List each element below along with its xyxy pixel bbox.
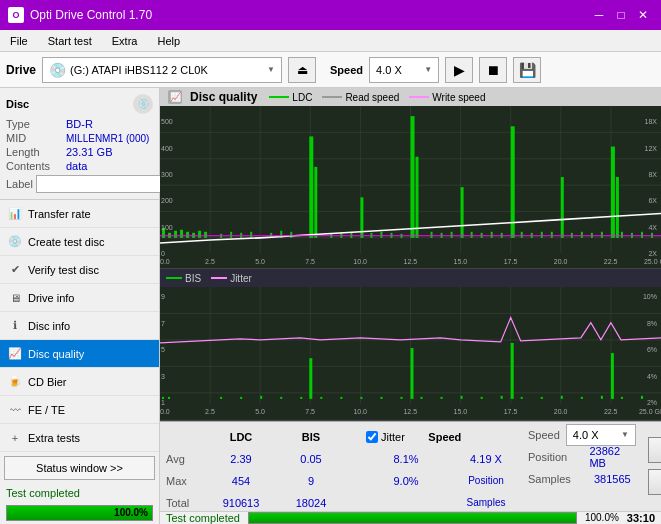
fe-te-icon: 〰	[8, 403, 22, 417]
disc-label-label: Label	[6, 178, 33, 190]
svg-text:20.0: 20.0	[554, 408, 568, 415]
title-bar: O Opti Drive Control 1.70 ─ □ ✕	[0, 0, 661, 30]
jitter-label: Jitter	[381, 431, 405, 443]
maximize-button[interactable]: □	[611, 5, 631, 25]
stats-header-row: LDC BIS Jitter Speed	[166, 426, 516, 448]
close-button[interactable]: ✕	[633, 5, 653, 25]
sidebar-item-disc-info[interactable]: ℹ Disc info	[0, 312, 159, 340]
window-controls: ─ □ ✕	[589, 5, 653, 25]
svg-text:0: 0	[161, 250, 165, 257]
disc-contents-field: Contents data	[6, 160, 153, 172]
svg-text:22.5: 22.5	[604, 258, 618, 265]
speed-selector[interactable]: 4.0 X ▼	[369, 57, 439, 83]
max-ldc: 454	[206, 475, 276, 487]
svg-text:5.0: 5.0	[255, 258, 265, 265]
sidebar-item-drive-info[interactable]: 🖥 Drive info	[0, 284, 159, 312]
disc-type-field: Type BD-R	[6, 118, 153, 130]
disc-label-input[interactable]	[36, 175, 165, 193]
save-button[interactable]: 💾	[513, 57, 541, 83]
disc-quality-icon: 📈	[8, 347, 22, 361]
svg-text:12X: 12X	[645, 145, 658, 152]
lower-chart-svg: 2% 4% 6% 8% 10% 1 3 5 7 9 0.0 2.5 5.0 7.…	[160, 287, 661, 419]
start-button[interactable]: ▶	[445, 57, 473, 83]
svg-rect-52	[491, 232, 493, 238]
svg-rect-127	[581, 397, 583, 399]
disc-contents-label: Contents	[6, 160, 66, 172]
svg-rect-106	[411, 348, 414, 399]
disc-header: Disc 💿	[6, 94, 153, 114]
svg-rect-54	[521, 232, 523, 238]
svg-text:15.0: 15.0	[454, 408, 468, 415]
svg-text:15.0: 15.0	[454, 258, 468, 265]
legend-read-speed: Read speed	[322, 92, 399, 103]
menu-extra[interactable]: Extra	[106, 34, 144, 48]
menu-file[interactable]: File	[4, 34, 34, 48]
svg-text:5: 5	[161, 346, 165, 353]
svg-rect-24	[314, 167, 317, 238]
bottom-status-bar: Test completed 100.0% 33:10	[160, 511, 661, 524]
sidebar-item-verify-test-disc[interactable]: ✔ Verify test disc	[0, 256, 159, 284]
drive-selector[interactable]: 💿 (G:) ATAPI iHBS112 2 CL0K ▼	[42, 57, 282, 83]
sidebar-item-extra-tests[interactable]: + Extra tests	[0, 424, 159, 452]
speed-value: 4.0 X	[376, 64, 402, 76]
menu-start-test[interactable]: Start test	[42, 34, 98, 48]
speed-display-selector[interactable]: 4.0 X ▼	[566, 424, 636, 446]
progress-label: 100.0%	[114, 507, 148, 518]
disc-length-field: Length 23.31 GB	[6, 146, 153, 158]
sidebar: Disc 💿 Type BD-R MID MILLENMR1 (000) Len…	[0, 88, 160, 524]
svg-text:400: 400	[161, 145, 173, 152]
extra-tests-label: Extra tests	[28, 432, 80, 444]
svg-text:9: 9	[161, 293, 165, 300]
legend-bis: BIS	[166, 273, 201, 284]
sidebar-item-transfer-rate[interactable]: 📊 Transfer rate	[0, 200, 159, 228]
svg-text:8%: 8%	[647, 320, 658, 327]
svg-rect-129	[621, 397, 623, 399]
svg-text:18X: 18X	[645, 118, 658, 125]
svg-text:3: 3	[161, 373, 165, 380]
drive-info-label: Drive info	[28, 292, 74, 304]
jitter-check[interactable]	[366, 431, 378, 443]
minimize-button[interactable]: ─	[589, 5, 609, 25]
menu-help[interactable]: Help	[151, 34, 186, 48]
svg-rect-27	[416, 157, 419, 238]
sidebar-item-create-test-disc[interactable]: 💿 Create test disc	[0, 228, 159, 256]
speed-dropdown: ▼	[621, 430, 629, 439]
chart-header: 📈 Disc quality LDC Read speed Write spee…	[160, 88, 661, 106]
svg-rect-32	[616, 177, 619, 238]
svg-rect-30	[561, 177, 564, 238]
svg-rect-112	[280, 397, 282, 399]
title-bar-left: O Opti Drive Control 1.70	[8, 7, 152, 23]
svg-text:10%: 10%	[643, 293, 658, 300]
legend-read-speed-label: Read speed	[345, 92, 399, 103]
svg-rect-116	[360, 397, 362, 399]
disc-panel-title: Disc	[6, 98, 29, 110]
charts-container: 2X 4X 6X 8X 12X 18X 0 100 200 300 400 50…	[160, 106, 661, 421]
disc-quality-label: Disc quality	[28, 348, 84, 360]
svg-text:6X: 6X	[648, 197, 657, 204]
jitter-checkbox[interactable]: Jitter	[366, 431, 405, 443]
disc-length-value: 23.31 GB	[66, 146, 112, 158]
stop-button[interactable]: ⏹	[479, 57, 507, 83]
sidebar-item-disc-quality[interactable]: 📈 Disc quality	[0, 340, 159, 368]
sidebar-item-fe-te[interactable]: 〰 FE / TE	[0, 396, 159, 424]
svg-text:20.0: 20.0	[554, 258, 568, 265]
svg-text:0.0: 0.0	[160, 408, 170, 415]
svg-rect-18	[180, 230, 183, 238]
legend-write-speed-line	[409, 96, 429, 98]
eject-button[interactable]: ⏏	[288, 57, 316, 83]
legend-jitter-line	[211, 277, 227, 279]
sidebar-item-cd-bier[interactable]: 🍺 CD Bier	[0, 368, 159, 396]
svg-rect-111	[260, 396, 262, 399]
start-part-button[interactable]: Start part	[648, 469, 661, 495]
bottom-progress-bar	[248, 512, 577, 524]
total-bis: 18024	[276, 497, 346, 509]
status-window-button[interactable]: Status window >>	[4, 456, 155, 480]
stats-area: LDC BIS Jitter Speed Avg 2.39 0.05	[160, 421, 661, 511]
start-full-button[interactable]: Start full	[648, 437, 661, 463]
svg-rect-39	[290, 232, 292, 238]
svg-text:12.5: 12.5	[403, 258, 417, 265]
chart-legend: LDC Read speed Write speed	[269, 92, 485, 103]
svg-rect-126	[561, 396, 563, 399]
bottom-progress-fill	[249, 513, 576, 523]
svg-rect-44	[380, 232, 382, 238]
